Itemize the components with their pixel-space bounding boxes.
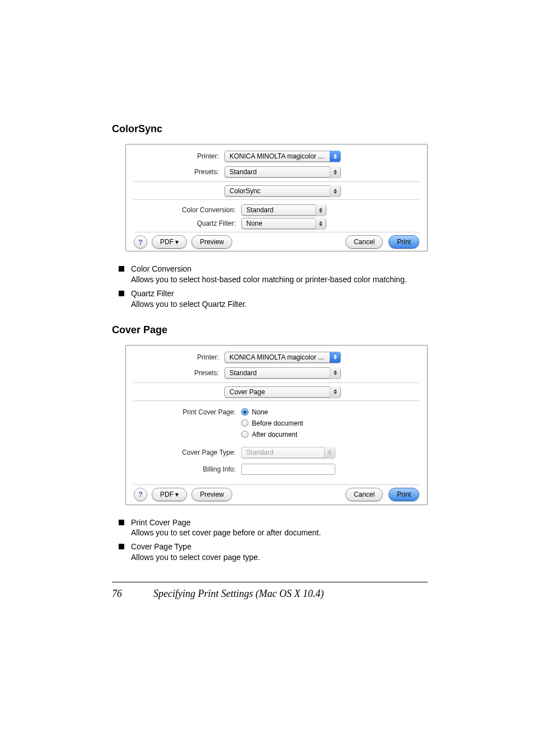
bullet-title: Color Conversion xyxy=(131,264,407,274)
page-number: 76 xyxy=(112,588,122,600)
quartz-filter-label: Quartz Filter: xyxy=(126,220,241,227)
colorsync-panel: Printer: KONICA MINOLTA magicolor ... Pr… xyxy=(125,144,428,251)
pane-value: Cover Page xyxy=(225,388,330,396)
arrows-icon xyxy=(315,218,326,229)
presets-value: Standard xyxy=(225,168,330,176)
arrows-icon xyxy=(330,151,340,162)
bullet-title: Print Cover Page xyxy=(131,517,321,528)
colorsync-bullets: Color Conversion Allows you to select ho… xyxy=(119,264,428,310)
preview-button[interactable]: Preview xyxy=(191,488,232,501)
color-conversion-label: Color Conversion: xyxy=(126,206,241,214)
presets-popup[interactable]: Standard xyxy=(224,166,341,178)
radio-after[interactable] xyxy=(241,431,249,438)
arrows-icon xyxy=(330,166,340,178)
printer-value: KONICA MINOLTA magicolor ... xyxy=(225,353,330,361)
arrows-icon xyxy=(324,447,335,458)
divider xyxy=(134,382,419,383)
list-item: Quartz Filter Allows you to select Quart… xyxy=(119,288,428,310)
section-title-colorsync: ColorSync xyxy=(112,123,428,135)
print-button[interactable]: Print xyxy=(388,488,419,501)
printer-popup[interactable]: KONICA MINOLTA magicolor ... xyxy=(224,151,341,162)
pdf-label: PDF ▾ xyxy=(160,491,179,498)
list-item: Color Conversion Allows you to select ho… xyxy=(119,264,428,285)
help-button[interactable]: ? xyxy=(134,488,147,501)
pdf-label: PDF ▾ xyxy=(160,238,179,246)
bullet-title: Cover Page Type xyxy=(131,542,260,552)
presets-value: Standard xyxy=(225,369,330,377)
pdf-button[interactable]: PDF ▾ xyxy=(152,488,187,501)
divider xyxy=(134,232,419,232)
arrows-icon xyxy=(330,367,340,379)
radio-after-label: After document xyxy=(252,431,297,438)
arrows-icon xyxy=(330,185,340,197)
printer-value: KONICA MINOLTA magicolor ... xyxy=(225,152,330,160)
radio-before[interactable] xyxy=(241,419,249,427)
presets-label: Presets: xyxy=(126,369,224,377)
divider xyxy=(134,199,419,200)
bullet-icon xyxy=(119,520,124,525)
radio-none[interactable] xyxy=(241,408,249,416)
cover-page-panel: Printer: KONICA MINOLTA magicolor ... Pr… xyxy=(125,345,428,505)
print-cover-page-label: Print Cover Page: xyxy=(126,408,241,416)
page-section-title: Specifying Print Settings (Mac OS X 10.4… xyxy=(153,588,324,600)
radio-none-label: None xyxy=(252,408,268,416)
arrows-icon xyxy=(330,386,340,398)
cover-page-bullets: Print Cover Page Allows you to set cover… xyxy=(119,517,428,563)
divider xyxy=(134,181,419,182)
list-item: Cover Page Type Allows you to select cov… xyxy=(119,542,428,563)
printer-label: Printer: xyxy=(126,152,224,160)
billing-info-input[interactable] xyxy=(241,464,335,475)
cancel-button[interactable]: Cancel xyxy=(345,235,383,249)
presets-label: Presets: xyxy=(126,168,224,176)
cover-page-type-label: Cover Page Type: xyxy=(126,449,241,456)
printer-label: Printer: xyxy=(126,353,224,361)
pane-popup[interactable]: ColorSync xyxy=(224,185,341,197)
cover-page-type-popup: Standard xyxy=(241,447,335,458)
pane-value: ColorSync xyxy=(225,187,330,195)
quartz-filter-popup[interactable]: None xyxy=(241,218,326,229)
pane-popup[interactable]: Cover Page xyxy=(224,386,341,398)
bullet-icon xyxy=(119,266,124,272)
bullet-desc: Allows you to select cover page type. xyxy=(131,552,260,563)
divider xyxy=(134,484,419,485)
bullet-title: Quartz Filter xyxy=(131,288,247,299)
billing-info-label: Billing Info: xyxy=(126,465,241,473)
radio-before-label: Before document xyxy=(252,419,303,427)
quartz-filter-value: None xyxy=(242,220,315,227)
print-button[interactable]: Print xyxy=(388,235,419,249)
bullet-desc: Allows you to select Quartz Filter. xyxy=(131,299,247,310)
cancel-button[interactable]: Cancel xyxy=(345,488,383,501)
color-conversion-value: Standard xyxy=(242,206,315,214)
bullet-desc: Allows you to set cover page before or a… xyxy=(131,528,321,538)
color-conversion-popup[interactable]: Standard xyxy=(241,204,326,216)
divider xyxy=(134,400,419,401)
bullet-icon xyxy=(119,544,124,549)
page-footer: 76 Specifying Print Settings (Mac OS X 1… xyxy=(112,582,428,600)
printer-popup[interactable]: KONICA MINOLTA magicolor ... xyxy=(224,352,341,363)
presets-popup[interactable]: Standard xyxy=(224,367,341,379)
bullet-desc: Allows you to select host-based color ma… xyxy=(131,274,407,285)
list-item: Print Cover Page Allows you to set cover… xyxy=(119,517,428,539)
bullet-icon xyxy=(119,291,124,296)
pdf-button[interactable]: PDF ▾ xyxy=(152,235,187,249)
cover-page-type-value: Standard xyxy=(242,449,324,456)
arrows-icon xyxy=(315,204,326,216)
arrows-icon xyxy=(330,352,340,363)
help-button[interactable]: ? xyxy=(134,235,147,249)
preview-button[interactable]: Preview xyxy=(191,235,232,249)
section-title-cover-page: Cover Page xyxy=(112,324,428,336)
